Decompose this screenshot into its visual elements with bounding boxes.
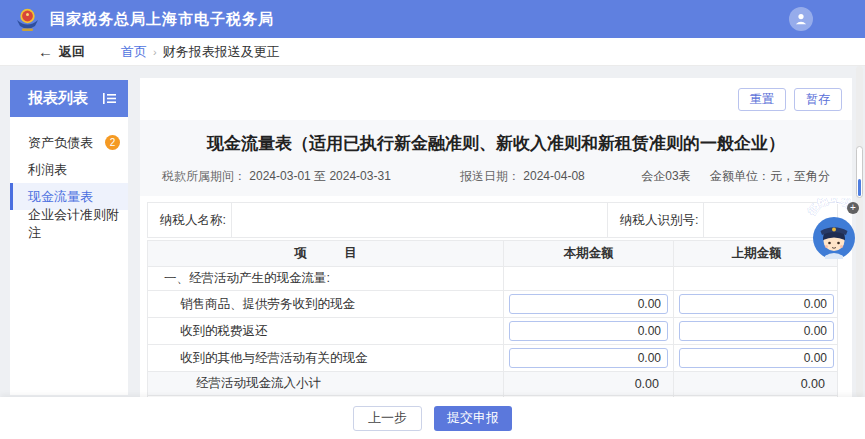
period-start-date: 2024-03-01 — [249, 169, 310, 183]
prior-amount-input[interactable] — [679, 294, 834, 314]
prior-amount-input[interactable] — [679, 321, 834, 341]
sidebar-item-accounting-notes[interactable]: 企业会计准则附注 — [10, 210, 128, 237]
subtotal-current-value: 0.00 — [504, 372, 674, 395]
app-title: 国家税务总局上海市电子税务局 — [50, 10, 274, 29]
sidebar-collapse-icon[interactable] — [103, 90, 116, 107]
sidebar-header: 报表列表 — [10, 80, 128, 117]
scrollbar-thumb-fill — [858, 179, 861, 196]
sidebar-item-label: 企业会计准则附注 — [28, 206, 128, 242]
table-row: 收到的税费返还 — [148, 318, 837, 345]
back-label: 返回 — [59, 43, 85, 61]
row-item-label: 收到的税费返还 — [148, 318, 504, 344]
current-amount-input[interactable] — [509, 294, 668, 314]
sidebar-title: 报表列表 — [28, 89, 88, 108]
current-amount-input[interactable] — [509, 321, 668, 341]
amount-unit: 金额单位：元，至角分 — [710, 169, 830, 183]
tax-period: 税款所属期间： 2024-03-01 至 2024-03-31 — [162, 169, 391, 183]
table-row: 一、经营活动产生的现金流量: — [148, 267, 837, 291]
taxpayer-name-value — [232, 203, 608, 237]
submit-declaration-button[interactable]: 提交申报 — [434, 406, 512, 431]
breadcrumb-separator: › — [153, 46, 157, 58]
sidebar-item-label: 现金流量表 — [28, 188, 93, 206]
row-item-label: 收到的其他与经营活动有关的现金 — [148, 345, 504, 371]
col-header-current-amount: 本期金额 — [504, 241, 674, 266]
main-panel: 重置 暂存 现金流量表（适用已执行新金融准则、新收入准则和新租赁准则的一般企业）… — [140, 78, 852, 397]
save-draft-button[interactable]: 暂存 — [794, 88, 842, 111]
table-row: 收到的其他与经营活动有关的现金 — [148, 345, 837, 372]
row-item-label: 销售商品、提供劳务收到的现金 — [148, 291, 504, 317]
scrollbar-thumb[interactable] — [856, 146, 863, 198]
form-meta-row: 税款所属期间： 2024-03-01 至 2024-03-31 报送日期： 20… — [140, 168, 852, 185]
footer-action-bar: 上一步 提交申报 — [0, 397, 865, 439]
expand-widget-button[interactable]: + — [847, 202, 859, 214]
form-code: 会企03表 — [641, 169, 690, 183]
table-row-subtotal: 经营活动现金流入小计 0.00 0.00 — [148, 372, 837, 396]
form-toolbar: 重置 暂存 — [140, 78, 852, 120]
user-avatar-icon[interactable] — [789, 7, 813, 31]
form-code-and-unit: 会企03表 金额单位：元，至角分 — [641, 168, 830, 185]
form-title: 现金流量表（适用已执行新金融准则、新收入准则和新租赁准则的一般企业） — [140, 132, 852, 155]
subtotal-prior-value: 0.00 — [674, 372, 839, 395]
back-arrow-icon: ← — [38, 44, 53, 59]
sidebar-item-label: 资产负债表 — [28, 134, 93, 152]
breadcrumb-home-link[interactable]: 首页 — [121, 43, 147, 61]
tax-emblem-icon — [14, 6, 41, 33]
table-header-row: 项 目 本期金额 上期金额 — [148, 241, 837, 267]
taxpayer-id-label: 纳税人识别号: — [608, 203, 704, 237]
prior-amount-input[interactable] — [679, 348, 834, 368]
col-header-item: 项 目 — [148, 241, 504, 266]
sidebar-item-balance-sheet[interactable]: 资产负债表 2 — [10, 129, 128, 156]
report-date: 报送日期： 2024-04-08 — [460, 168, 585, 185]
sidebar-item-profit-statement[interactable]: 利润表 — [10, 156, 128, 183]
cash-flow-table: 项 目 本期金额 上期金额 一、经营活动产生的现金流量: 销售商品、提供劳务收到… — [147, 240, 838, 397]
sidebar-item-label: 利润表 — [28, 161, 67, 179]
sidebar-list: 资产负债表 2 利润表 现金流量表 企业会计准则附注 — [10, 117, 128, 237]
back-button[interactable]: ← 返回 — [38, 43, 85, 61]
topbar: 国家税务总局上海市电子税务局 — [0, 0, 865, 38]
taxpayer-name-label: 纳税人名称: — [148, 203, 232, 237]
previous-step-button[interactable]: 上一步 — [353, 406, 422, 431]
breadcrumb-current: 财务报表报送及更正 — [163, 43, 280, 61]
current-amount-input[interactable] — [509, 348, 668, 368]
period-end-date: 2024-03-31 — [329, 169, 390, 183]
breadcrumb: ← 返回 首页 › 财务报表报送及更正 — [0, 38, 865, 66]
taxpayer-info-row: 纳税人名称: 纳税人识别号: — [147, 202, 838, 238]
error-count-badge: 2 — [105, 135, 120, 150]
row-item-label: 一、经营活动产生的现金流量: — [148, 267, 504, 290]
table-row: 销售商品、提供劳务收到的现金 — [148, 291, 837, 318]
app-root: 国家税务总局上海市电子税务局 ← 返回 首页 › 财务报表报送及更正 报表列表 — [0, 0, 865, 439]
form-header: 现金流量表（适用已执行新金融准则、新收入准则和新租赁准则的一般企业） 税款所属期… — [140, 120, 852, 196]
row-item-label: 经营活动现金流入小计 — [148, 372, 504, 395]
report-list-sidebar: 报表列表 资产负债表 2 利润表 现金流量表 企业 — [10, 80, 128, 395]
reset-button[interactable]: 重置 — [738, 88, 786, 111]
